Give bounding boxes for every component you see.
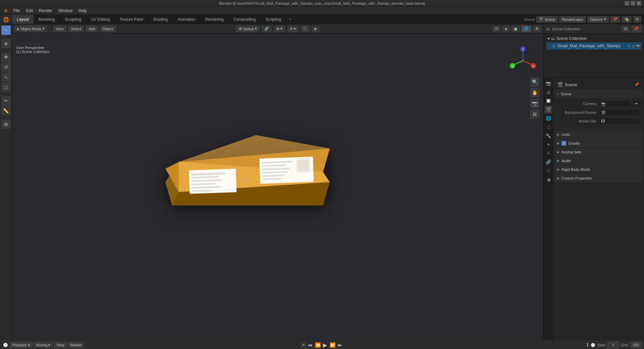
- frame-dot-button[interactable]: •: [301, 342, 306, 348]
- shading-options[interactable]: ⚙: [533, 26, 541, 32]
- scene-selector[interactable]: 🎬 Scene: [536, 16, 558, 23]
- tab-modeling[interactable]: Modeling: [34, 15, 60, 24]
- proportional-edit[interactable]: ⊙ ▾: [287, 26, 299, 32]
- view-menu-button[interactable]: View: [53, 26, 66, 32]
- modifier-props-icon[interactable]: 🔧: [544, 132, 552, 140]
- camera-view-button[interactable]: 📷: [530, 99, 539, 108]
- render-icon-btn[interactable]: 🎭: [622, 16, 632, 23]
- active-clip-value[interactable]: 🎞: [599, 118, 640, 124]
- overlay-toggle[interactable]: ⬡: [301, 26, 309, 32]
- rotate-tool-button[interactable]: ↺: [1, 62, 11, 72]
- gravity-checkbox[interactable]: ✓: [561, 141, 566, 146]
- shading-solid[interactable]: ●: [502, 26, 510, 32]
- keying-btn[interactable]: Keying ▾: [34, 342, 53, 348]
- constraints-props-icon[interactable]: 🔗: [544, 158, 552, 166]
- material-props-icon[interactable]: ◕: [544, 175, 552, 183]
- menu-file[interactable]: File: [11, 8, 22, 14]
- cursor-tool-button[interactable]: ⊕: [1, 39, 11, 48]
- scene-props-icon[interactable]: 🎬: [544, 105, 552, 113]
- object-props-icon[interactable]: ⬡: [544, 123, 552, 131]
- orthographic-view-button[interactable]: ⊟: [530, 109, 539, 119]
- filter-btn[interactable]: ⊟: [633, 16, 641, 23]
- timeline-panel-icon[interactable]: 🕐: [2, 342, 9, 348]
- snap-button[interactable]: 🔗: [262, 26, 272, 32]
- data-props-icon[interactable]: ▽: [544, 166, 552, 174]
- particles-props-icon[interactable]: ✦: [544, 140, 552, 148]
- grab-tool-right[interactable]: ✋: [530, 88, 539, 97]
- marker-btn[interactable]: Marker: [68, 342, 85, 348]
- add-workspace-button[interactable]: +: [286, 15, 294, 24]
- tab-scripting[interactable]: Scripting: [261, 15, 286, 24]
- view-layer-props-icon[interactable]: 🔲: [544, 97, 552, 105]
- menu-render[interactable]: Render: [36, 8, 55, 14]
- camera-value[interactable]: 📷: [599, 100, 631, 107]
- playback-btn[interactable]: Playback ▾: [9, 342, 33, 348]
- menu-help[interactable]: Help: [76, 8, 90, 14]
- audio-section-header[interactable]: ▶ Audio: [554, 157, 643, 165]
- transform-tool-button[interactable]: ⬡: [1, 83, 11, 92]
- tab-compositing[interactable]: Compositing: [229, 15, 261, 24]
- outliner-object-item[interactable]: ▷ Small_Mail_Package_with_Stamps 👁 ⊕ 📷: [546, 42, 641, 50]
- move-tool-button[interactable]: ✥: [1, 52, 11, 62]
- shading-wireframe[interactable]: ⊡: [492, 26, 501, 32]
- keying-sets-section-header[interactable]: ▶ Keying Sets: [554, 148, 643, 156]
- menu-edit[interactable]: Edit: [23, 8, 36, 14]
- gravity-section-header[interactable]: ▶ ✓ Gravity: [554, 139, 643, 147]
- viewport[interactable]: ● Object Mode ▾ View Select Add Object ⊕…: [12, 24, 543, 340]
- background-scene-value[interactable]: 🎬: [599, 109, 640, 116]
- start-frame-input[interactable]: [607, 342, 619, 348]
- physics-props-icon[interactable]: ⚛: [544, 149, 552, 157]
- output-props-icon[interactable]: 🖨: [544, 88, 552, 96]
- jump-to-start-button[interactable]: ⏮: [307, 342, 314, 348]
- object-menu-button[interactable]: Object: [100, 26, 116, 32]
- jump-back-button[interactable]: ⏪: [314, 342, 321, 348]
- viewport-mode-selector[interactable]: ● Object Mode ▾: [14, 26, 47, 32]
- tab-shading[interactable]: Shading: [148, 15, 173, 24]
- tab-uv-editing[interactable]: UV Editing: [86, 15, 115, 24]
- world-props-icon[interactable]: 🌐: [544, 114, 552, 122]
- tab-sculpting[interactable]: Sculpting: [60, 15, 86, 24]
- outliner-pin[interactable]: 📌: [631, 26, 641, 32]
- jump-to-end-button[interactable]: ⏭: [336, 342, 343, 348]
- svg-text:Z: Z: [522, 48, 524, 51]
- scene-section-header[interactable]: ▾ Scene: [554, 90, 643, 98]
- shading-material[interactable]: ◕: [511, 26, 520, 32]
- end-frame-input[interactable]: [630, 342, 642, 348]
- jump-forward-button[interactable]: ⏩: [329, 342, 336, 348]
- view-btn[interactable]: View: [54, 342, 67, 348]
- shading-rendered[interactable]: 🌐: [521, 26, 531, 32]
- xray-toggle[interactable]: ◈: [311, 26, 319, 32]
- outliner-filter[interactable]: ⊟: [622, 26, 630, 32]
- pin-button[interactable]: 📌: [610, 16, 620, 23]
- props-pin-button[interactable]: 📌: [633, 81, 640, 88]
- zoom-in-button[interactable]: 🔍: [530, 77, 539, 87]
- menu-window[interactable]: Window: [55, 8, 75, 14]
- render-layer-selector[interactable]: RenderLayer: [559, 16, 586, 23]
- close-button[interactable]: ✕: [637, 1, 641, 6]
- viewport-shading-global[interactable]: ⊕ Global ▾: [236, 26, 260, 32]
- maximize-button[interactable]: □: [631, 1, 635, 6]
- render-props-icon[interactable]: 📷: [544, 79, 552, 87]
- units-section-header[interactable]: ▶ Units: [554, 131, 643, 139]
- viewport-gizmo[interactable]: Z X Y: [508, 46, 538, 76]
- snap-options[interactable]: ⊕ ▾: [274, 26, 285, 32]
- scale-tool-button[interactable]: ⤡: [1, 72, 11, 82]
- add-menu-button[interactable]: Add: [86, 26, 98, 32]
- rigid-body-section-header[interactable]: ▶ Rigid Body World: [554, 165, 643, 173]
- tab-animation[interactable]: Animation: [173, 15, 200, 24]
- tab-texture-paint[interactable]: Texture Paint: [115, 15, 148, 24]
- tab-rendering[interactable]: Rendering: [200, 15, 228, 24]
- add-tool-button[interactable]: ⊞: [1, 119, 11, 129]
- custom-props-section-header[interactable]: ▶ Custom Properties: [554, 174, 643, 182]
- minimize-button[interactable]: —: [625, 1, 629, 6]
- camera-edit-icon[interactable]: ✏: [633, 100, 640, 107]
- annotate-tool-button[interactable]: ✏: [1, 96, 11, 105]
- play-button[interactable]: ▶: [322, 342, 328, 348]
- tab-layout[interactable]: Layout: [12, 15, 34, 24]
- outliner-scene-collection[interactable]: ▾ 🗂 Scene Collection: [546, 35, 641, 42]
- measure-tool-button[interactable]: 📏: [1, 106, 11, 115]
- menu-blender[interactable]: ⊙: [1, 8, 10, 14]
- select-menu-button[interactable]: Select: [68, 26, 84, 32]
- options-button[interactable]: Options ▾: [587, 16, 609, 23]
- select-tool-button[interactable]: ↖: [1, 26, 11, 35]
